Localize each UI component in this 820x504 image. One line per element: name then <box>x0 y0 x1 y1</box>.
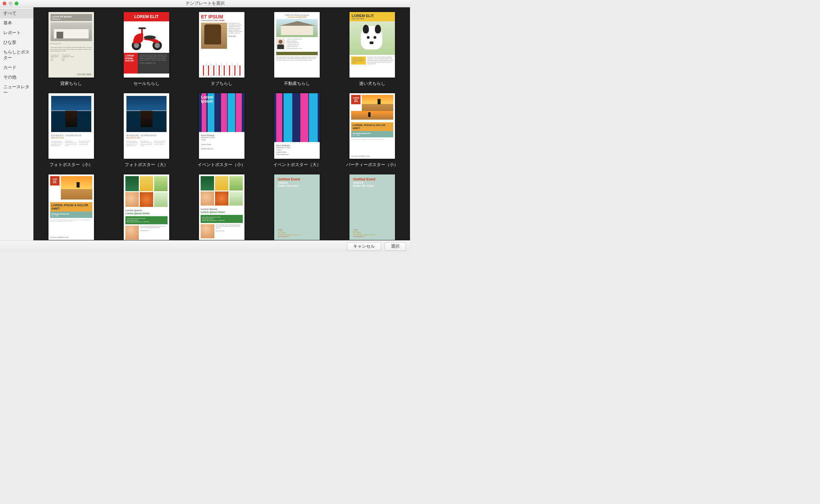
thumb-headline: LOREM ELIT <box>124 12 169 21</box>
template-thumbnail: LOREM ELIT123-456-7890 Lorem ipsum dolor… <box>349 12 395 78</box>
template-party-poster-large[interactable]: LORE31 LOREM, IPSUM & DOLOR AMET Hunting… <box>45 174 97 240</box>
thumb-title: Loren sit Ipsum <box>52 15 91 18</box>
template-photo-poster-large[interactable]: ROBERT JENNINGS September 11, 2013 Lorem… <box>124 93 169 168</box>
thumb-headline: ET IPSUM <box>201 14 242 19</box>
template-thumbnail: Lorem IpsumLorem Ipsum Dolor Lorem Eleme… <box>199 174 244 240</box>
cancel-button[interactable]: キャンセル <box>347 242 381 251</box>
template-name-label: イベントポスター（小） <box>198 162 245 168</box>
template-name-label: 貸家ちらし <box>60 81 82 87</box>
template-thumbnail: ROBERT JENNINGS September 11, 2013 Lorem… <box>124 93 169 159</box>
svg-point-6 <box>144 35 156 39</box>
template-type-poster-small[interactable]: Untitled Event 7/26/13Dolor Sit Amet 7-1… <box>274 174 320 240</box>
thumb-sub: September 3, 2013 <box>51 137 91 139</box>
thumb-sub-b: Amet <box>219 19 224 21</box>
choose-button[interactable]: 選択 <box>385 242 406 251</box>
thumb-foot: NO_REPLY@EXAMPLE.COM <box>351 155 393 157</box>
template-event-poster-large[interactable]: Event Subhead September 11, 2013 7-10pm … <box>273 93 321 168</box>
thumb-h1: Lorem Ipsum <box>201 208 217 211</box>
thumb-b3: Wednesday, September 11, 2013 9am <box>127 221 149 223</box>
sidebar-item-newsletter[interactable]: ニュースレター <box>0 82 33 98</box>
template-party-poster-small[interactable]: LOREM31 LOREM, IPSUM & DOLOR AMET Huntin… <box>346 93 398 168</box>
template-type-poster-large[interactable]: Untitled Event 7/26/13Dolor Sit Amet 7-1… <box>349 174 395 240</box>
template-name-label: タブちらし <box>211 81 232 87</box>
template-thumbnail: ET IPSUM Loren Ipsum Dolor:Amet Lorem ip… <box>199 12 244 78</box>
thumb-b3: Wednesday, September 11, 2013 9am <box>202 220 225 221</box>
template-thumbnail: LoremIpsum Event Subhead September 11, 2… <box>199 93 244 159</box>
thumb-date: September 11, 2013 <box>201 137 215 138</box>
thumb-url: www.example.com <box>201 148 214 150</box>
thumb-title: ROBERT JENNINGS <box>126 134 167 137</box>
template-tab-flyer[interactable]: ET IPSUM Loren Ipsum Dolor:Amet Lorem ip… <box>199 12 244 87</box>
sidebar-item-card[interactable]: カード <box>0 63 33 73</box>
template-thumbnail: Untitled Event 7/26/13Dolor Sit Amet 7-1… <box>274 174 320 240</box>
thumb-time: 7-10pm <box>201 139 206 141</box>
thumb-phone: 123.456.7890 <box>77 73 91 76</box>
template-thumbnail: Event Subhead September 11, 2013 7-10pm … <box>274 93 320 159</box>
thumb-date: September 11, 2013 <box>276 147 290 148</box>
template-school-poster-small[interactable]: Lorem IpsumLorem Ipsum Dolor Lorem Eleme… <box>122 174 170 240</box>
template-sale-flyer[interactable]: LOREM ELIT LOREM IPSUM D <box>124 12 169 87</box>
template-thumbnail: LOREM ELIT LOREM IPSUM D <box>124 12 169 78</box>
thumb-headline-b: Ipsum <box>201 99 213 104</box>
template-name-label: イベントポスター（大） <box>273 162 321 168</box>
template-name-label: 不動産ちらし <box>284 81 310 87</box>
template-lost-dog-flyer[interactable]: LOREM ELIT123-456-7890 Lorem ipsum dolor… <box>349 12 395 87</box>
thumb-t3: Dolor Sit Amet <box>278 184 298 187</box>
svg-rect-4 <box>141 29 143 35</box>
thumb-day: 31 <box>53 180 57 184</box>
thumb-h2: Lorem Ipsum Dolor <box>201 211 225 214</box>
template-thumbnail: 4321 First Street, Anytown Curabitur leo… <box>274 12 320 78</box>
thumb-price: Curabitur leo $325,000 <box>276 16 318 18</box>
thumb-url: www.example.com <box>276 154 289 155</box>
sidebar-item-other[interactable]: その他 <box>0 73 33 82</box>
thumb-subtitle: 1400/Ipsum <box>52 18 91 20</box>
template-house-rental-flyer[interactable]: Loren sit Ipsum1400/Ipsum Etiam sit amet… <box>48 12 94 87</box>
thumb-time: 7pm – 10pm <box>352 134 392 136</box>
sidebar-item-report[interactable]: レポート <box>0 28 33 38</box>
svg-rect-5 <box>138 27 146 29</box>
sidebar-item-stationery[interactable]: ひな形 <box>0 38 33 47</box>
thumb-day: 31 <box>354 99 358 103</box>
thumb-subhead: Event Subhead <box>201 134 242 137</box>
template-thumbnail: Loren sit Ipsum1400/Ipsum Etiam sit amet… <box>48 12 94 78</box>
template-thumbnail: Untitled Event 7/26/13Dolor Sit Amet 7-1… <box>349 174 395 240</box>
thumb-subhead: Event Subhead <box>276 144 318 147</box>
template-thumbnail: Lorem IpsumLorem Ipsum Dolor Lorem Eleme… <box>124 174 169 240</box>
thumb-sub: September 11, 2013 <box>126 137 167 139</box>
template-name-label: フォトポスター（大） <box>125 162 168 168</box>
sidebar-item-basic[interactable]: 基本 <box>0 18 33 28</box>
thumb-url: www.example.com <box>216 230 225 232</box>
thumb-f5: www.example.com <box>353 236 364 237</box>
thumb-loc: Location Name <box>201 144 211 145</box>
template-name-label: パーティーポスター（小） <box>346 162 398 168</box>
template-name-label: セールちらし <box>133 81 160 87</box>
template-thumbnail: LORE31 LOREM, IPSUM & DOLOR AMET Hunting… <box>48 174 94 240</box>
svg-point-3 <box>155 43 160 48</box>
template-thumbnail: ROBERT JENNINGS September 3, 2013 Lorem … <box>48 93 94 159</box>
thumb-loc: Location Name <box>276 151 286 153</box>
template-event-poster-small[interactable]: LoremIpsum Event Subhead September 11, 2… <box>198 93 245 168</box>
thumb-h1: Lorem Ipsum <box>125 209 142 212</box>
template-real-estate-flyer[interactable]: 4321 First Street, Anytown Curabitur leo… <box>274 12 320 87</box>
sidebar: すべて 基本 レポート ひな形 ちらしとポスター カード その他 ニュースレター <box>0 7 33 240</box>
template-thumbnail: LOREM31 LOREM, IPSUM & DOLOR AMET Huntin… <box>349 93 395 159</box>
template-name-label: フォトポスター（小） <box>49 162 93 168</box>
thumb-phone: 123-456-7890 <box>351 18 393 20</box>
template-grid: Loren sit Ipsum1400/Ipsum Etiam sit amet… <box>33 7 410 240</box>
template-school-poster-large[interactable]: Lorem IpsumLorem Ipsum Dolor Lorem Eleme… <box>198 174 245 240</box>
window-title: テンプレートを選択 <box>0 1 410 6</box>
thumb-t3: Dolor Sit Amet <box>353 184 374 187</box>
thumb-title: ROBERT JENNINGS <box>51 134 91 137</box>
svg-point-1 <box>134 43 139 48</box>
thumb-title: LOREM, IPSUM & DOLOR AMET <box>50 202 92 212</box>
bottom-bar: キャンセル 選択 <box>0 240 410 252</box>
title-bar: テンプレートを選択 <box>0 0 410 7</box>
thumb-headline: LOREM ELIT <box>351 14 393 18</box>
template-photo-poster-small[interactable]: ROBERT JENNINGS September 3, 2013 Lorem … <box>48 93 94 168</box>
sidebar-item-all[interactable]: すべて <box>0 9 33 18</box>
sidebar-item-flyers-posters[interactable]: ちらしとポスター <box>0 47 33 63</box>
thumb-block: LOREM IPSUM DOLOR <box>124 53 138 74</box>
thumb-f5: www.example.com <box>278 236 289 237</box>
thumb-h2: Lorem Ipsum Dolor <box>125 212 150 215</box>
template-name-label: 迷い犬ちらし <box>359 81 385 87</box>
